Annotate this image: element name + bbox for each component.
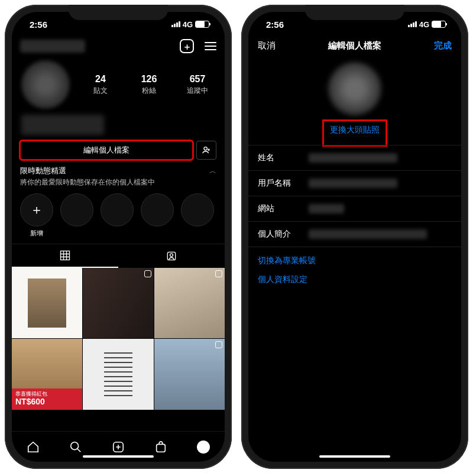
battery-icon: [195, 21, 209, 28]
post-thumb[interactable]: [154, 268, 225, 338]
posts-grid: 恭喜獲得紅包 NT$600: [12, 268, 225, 410]
username-redacted[interactable]: [20, 40, 85, 53]
svg-point-4: [71, 442, 79, 449]
grid-icon: [59, 250, 71, 261]
label-website: 網站: [258, 203, 309, 214]
switch-to-pro-link[interactable]: 切換為專業帳號: [248, 247, 461, 274]
highlight-placeholder: [141, 193, 174, 226]
avatar[interactable]: [328, 62, 381, 115]
highlights-subtitle: 將你的最愛限時動態保存在你的個人檔案中: [20, 177, 216, 187]
notch: [69, 5, 168, 20]
post-thumb[interactable]: 恭喜獲得紅包 NT$600: [12, 339, 82, 409]
tab-grid[interactable]: [12, 244, 118, 268]
highlights-section: 限時動態精選 ︿ 將你的最愛限時動態保存在你的個人檔案中 ＋ 新增: [12, 160, 225, 244]
stat-posts[interactable]: 24 貼文: [83, 74, 118, 96]
profile-stats-row: 24 貼文 126 粉絲 657 追蹤中: [12, 58, 225, 112]
edit-profile-button[interactable]: 編輯個人檔案: [20, 141, 193, 160]
discover-people-button[interactable]: [196, 141, 216, 160]
tagged-icon: [166, 250, 177, 262]
status-right: 4G: [408, 20, 446, 29]
change-photo-button[interactable]: 更換大頭貼照: [324, 121, 385, 139]
stat-following-count: 657: [180, 74, 215, 85]
value-redacted: [309, 179, 397, 188]
home-indicator[interactable]: [319, 455, 390, 458]
label-username: 用戶名稱: [258, 178, 309, 189]
carousel-icon: [215, 270, 222, 277]
svg-point-0: [204, 147, 207, 150]
phone-frame-right: 2:56 4G 取消 編輯個人檔案 完成 更換大頭貼照 姓名 用戶名稱: [241, 5, 468, 469]
create-post-icon[interactable]: ＋: [180, 39, 194, 53]
network-label: 4G: [419, 20, 429, 29]
shop-icon[interactable]: [154, 441, 167, 454]
home-indicator[interactable]: [83, 455, 154, 458]
svg-rect-6: [157, 444, 166, 452]
search-icon[interactable]: [69, 441, 82, 454]
home-icon[interactable]: [27, 441, 40, 454]
highlight-placeholder: [60, 193, 93, 226]
signal-icon: [171, 21, 180, 27]
add-person-icon: [202, 145, 211, 155]
svg-rect-1: [61, 251, 70, 260]
plus-icon: ＋: [20, 193, 53, 226]
value-redacted: [309, 204, 344, 213]
post-thumb[interactable]: [83, 268, 153, 338]
profile-header: ＋: [12, 37, 225, 58]
carousel-icon: [215, 341, 222, 348]
status-right: 4G: [171, 20, 209, 29]
label-name: 姓名: [258, 153, 309, 163]
avatar[interactable]: [21, 60, 70, 109]
value-redacted: [309, 229, 427, 239]
svg-point-3: [170, 254, 173, 257]
highlight-placeholder: [181, 193, 214, 226]
phone-frame-left: 2:56 4G ＋ 24 貼文 126 粉絲: [5, 5, 232, 469]
create-icon[interactable]: [112, 441, 125, 454]
highlight-placeholder: [101, 193, 134, 226]
status-time: 2:56: [30, 20, 47, 30]
screen-right: 2:56 4G 取消 編輯個人檔案 完成 更換大頭貼照 姓名 用戶名稱: [248, 12, 461, 462]
battery-icon: [432, 21, 446, 28]
label-bio: 個人簡介: [258, 229, 309, 239]
highlight-new-label: 新增: [30, 229, 43, 238]
personal-data-settings-link[interactable]: 個人資料設定: [248, 274, 461, 293]
field-bio[interactable]: 個人簡介: [248, 221, 461, 247]
stat-posts-count: 24: [83, 74, 118, 85]
field-username[interactable]: 用戶名稱: [248, 170, 461, 196]
network-label: 4G: [183, 20, 193, 29]
stat-followers-count: 126: [131, 74, 167, 85]
post-thumb[interactable]: [154, 339, 225, 409]
price-banner: 恭喜獲得紅包 NT$600: [12, 388, 82, 410]
price-amount: NT$600: [15, 397, 82, 406]
profile-tab-icon[interactable]: [197, 441, 210, 454]
field-name[interactable]: 姓名: [248, 145, 461, 170]
post-thumb[interactable]: [83, 339, 153, 409]
stat-following-label: 追蹤中: [180, 86, 215, 96]
screen-left: 2:56 4G ＋ 24 貼文 126 粉絲: [12, 12, 225, 462]
field-website[interactable]: 網站: [248, 196, 461, 221]
stat-posts-label: 貼文: [83, 86, 118, 96]
tab-tagged[interactable]: [118, 244, 225, 268]
carousel-icon: [144, 270, 151, 277]
signal-icon: [408, 21, 417, 27]
value-redacted: [309, 153, 397, 163]
highlight-new[interactable]: ＋ 新增: [20, 193, 53, 238]
notch: [305, 5, 404, 20]
display-name-redacted: [21, 115, 104, 135]
edit-nav-bar: 取消 編輯個人檔案 完成: [248, 37, 461, 57]
page-title: 編輯個人檔案: [328, 40, 381, 51]
profile-tabs: [12, 244, 225, 268]
done-button[interactable]: 完成: [434, 40, 452, 51]
highlights-title: 限時動態精選: [20, 166, 66, 176]
status-time: 2:56: [266, 20, 284, 30]
stat-following[interactable]: 657 追蹤中: [180, 74, 215, 96]
stat-followers[interactable]: 126 粉絲: [131, 74, 167, 96]
menu-icon[interactable]: [205, 42, 216, 50]
chevron-up-icon[interactable]: ︿: [209, 166, 216, 176]
cancel-button[interactable]: 取消: [258, 40, 276, 51]
post-thumb[interactable]: [12, 268, 82, 338]
stat-followers-label: 粉絲: [131, 86, 167, 96]
